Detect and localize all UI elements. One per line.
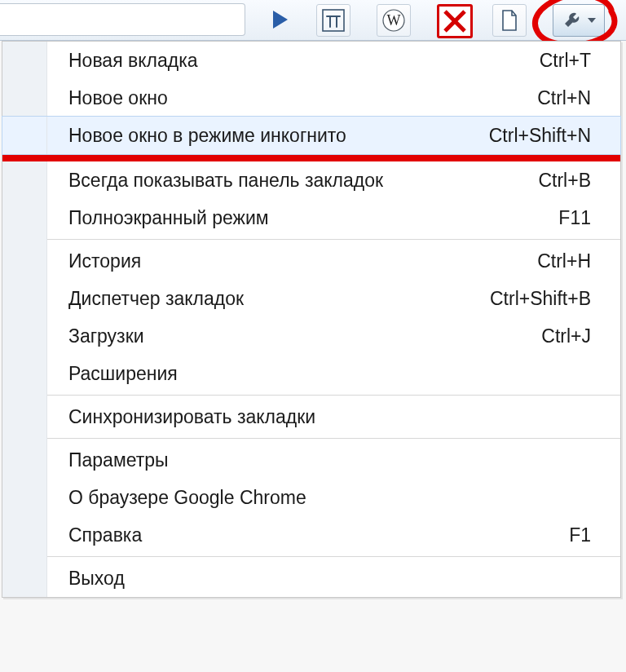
blocked-icon <box>443 9 467 33</box>
menu-item-label: Расширения <box>47 363 591 385</box>
menu-item-shortcut: Ctrl+B <box>538 170 620 192</box>
menu-item-shortcut: Ctrl+T <box>540 50 620 72</box>
menu-item-label: История <box>47 250 537 272</box>
menu-item-label: О браузере Google Chrome <box>47 487 591 509</box>
new-file-button[interactable] <box>492 4 527 37</box>
menu-item-shortcut: Ctrl+J <box>541 325 620 347</box>
menu-item-label: Новое окно <box>47 87 537 109</box>
menu-icon-gutter <box>2 242 47 280</box>
menu-item-label: Полноэкранный режим <box>47 207 558 229</box>
menu-separator <box>2 237 620 242</box>
math-pi-button[interactable] <box>316 4 350 37</box>
menu-item[interactable]: Выход <box>2 559 620 597</box>
wikipedia-icon: W <box>381 8 406 33</box>
annotation-underline <box>2 154 620 161</box>
new-file-icon <box>500 9 519 32</box>
menu-item[interactable]: ЗагрузкиCtrl+J <box>2 317 620 355</box>
menu-item-label: Диспетчер закладок <box>47 288 490 310</box>
menu-item[interactable]: СправкаF1 <box>2 516 620 554</box>
menu-icon-gutter <box>2 559 47 597</box>
menu-separator <box>2 554 620 559</box>
menu-icon-gutter <box>2 479 47 516</box>
play-button[interactable] <box>264 4 297 35</box>
menu-icon-gutter <box>2 161 47 199</box>
menu-item-label: Новая вкладка <box>47 50 540 72</box>
menu-separator <box>2 435 620 441</box>
menu-item[interactable]: Полноэкранный режимF11 <box>2 199 620 237</box>
menu-icon-gutter <box>2 199 47 237</box>
menu-icon-gutter <box>2 441 47 479</box>
menu-item-label: Новое окно в режиме инкогнито <box>47 125 489 147</box>
address-bar[interactable] <box>0 3 245 36</box>
menu-item[interactable]: Новая вкладкаCtrl+T <box>2 42 620 79</box>
wrench-menu-button[interactable] <box>553 4 605 37</box>
menu-item-shortcut: Ctrl+H <box>537 250 620 272</box>
menu-item[interactable]: Новое окноCtrl+N <box>2 79 620 117</box>
menu-icon-gutter <box>2 280 47 317</box>
svg-rect-1 <box>323 10 344 31</box>
menu-item-shortcut: Ctrl+Shift+N <box>489 125 620 147</box>
menu-item[interactable]: Всегда показывать панель закладокCtrl+B <box>2 161 620 199</box>
menu-icon-gutter <box>2 355 47 392</box>
menu-item-label: Загрузки <box>47 325 541 347</box>
menu-item[interactable]: Параметры <box>2 441 620 479</box>
svg-text:W: W <box>387 12 401 29</box>
menu-separator <box>2 392 620 398</box>
menu-item-label: Параметры <box>47 449 591 471</box>
pi-icon <box>322 9 345 32</box>
menu-item[interactable]: Расширения <box>2 355 620 392</box>
menu-item-shortcut: F11 <box>558 207 620 229</box>
menu-item[interactable]: Синхронизировать закладки <box>2 398 620 435</box>
blocked-button[interactable] <box>437 4 473 38</box>
menu-icon-gutter <box>2 398 47 435</box>
wikipedia-button[interactable]: W <box>377 4 411 37</box>
menu-icon-gutter <box>2 516 47 554</box>
wrench-dropdown-menu: Новая вкладкаCtrl+TНовое окноCtrl+NНовое… <box>2 41 621 598</box>
play-icon <box>273 11 288 29</box>
menu-item-shortcut: F1 <box>569 524 620 546</box>
browser-toolbar: W <box>0 0 626 41</box>
menu-item[interactable]: Новое окно в режиме инкогнитоCtrl+Shift+… <box>2 117 620 154</box>
menu-item-shortcut: Ctrl+N <box>537 87 620 109</box>
menu-item[interactable]: О браузере Google Chrome <box>2 479 620 516</box>
menu-item-shortcut: Ctrl+Shift+B <box>490 288 620 310</box>
menu-item[interactable]: ИсторияCtrl+H <box>2 242 620 280</box>
svg-marker-0 <box>273 11 288 29</box>
menu-icon-gutter <box>2 42 47 79</box>
menu-item-label: Выход <box>47 568 591 590</box>
menu-item-label: Синхронизировать закладки <box>47 406 591 428</box>
menu-item-label: Справка <box>47 524 569 546</box>
menu-item-label: Всегда показывать панель закладок <box>47 170 538 192</box>
chevron-down-icon <box>588 18 596 23</box>
menu-icon-gutter <box>2 117 47 154</box>
menu-icon-gutter <box>2 317 47 355</box>
menu-icon-gutter <box>2 79 47 117</box>
menu-item[interactable]: Диспетчер закладокCtrl+Shift+B <box>2 280 620 317</box>
wrench-icon <box>562 10 583 31</box>
